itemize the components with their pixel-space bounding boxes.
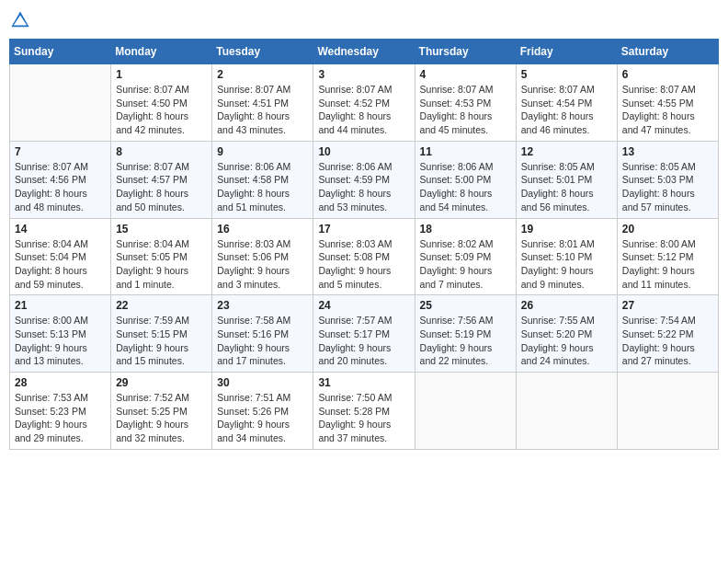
logo-icon	[9, 9, 31, 31]
calendar-cell: 30Sunrise: 7:51 AMSunset: 5:26 PMDayligh…	[212, 373, 313, 450]
day-info: Sunrise: 7:59 AMSunset: 5:15 PMDaylight:…	[116, 314, 207, 368]
day-number: 26	[521, 299, 612, 312]
day-number: 19	[521, 223, 612, 236]
calendar-cell: 26Sunrise: 7:55 AMSunset: 5:20 PMDayligh…	[516, 295, 617, 373]
day-info: Sunrise: 7:54 AMSunset: 5:22 PMDaylight:…	[622, 314, 713, 368]
day-info: Sunrise: 8:06 AMSunset: 5:00 PMDaylight:…	[420, 160, 511, 214]
day-info: Sunrise: 8:07 AMSunset: 4:51 PMDaylight:…	[217, 83, 308, 137]
day-number: 27	[622, 299, 713, 312]
calendar-cell: 11Sunrise: 8:06 AMSunset: 5:00 PMDayligh…	[415, 141, 516, 218]
calendar-cell: 12Sunrise: 8:05 AMSunset: 5:01 PMDayligh…	[516, 141, 617, 218]
day-info: Sunrise: 8:00 AMSunset: 5:13 PMDaylight:…	[15, 314, 106, 368]
weekday-header: Monday	[111, 40, 212, 64]
day-info: Sunrise: 7:50 AMSunset: 5:28 PMDaylight:…	[318, 391, 409, 445]
day-number: 28	[15, 376, 106, 389]
calendar-week-row: 28Sunrise: 7:53 AMSunset: 5:23 PMDayligh…	[10, 373, 719, 450]
calendar-table: SundayMondayTuesdayWednesdayThursdayFrid…	[9, 39, 719, 450]
calendar-cell: 8Sunrise: 8:07 AMSunset: 4:57 PMDaylight…	[111, 141, 212, 218]
day-number: 5	[521, 68, 612, 81]
calendar-week-row: 1Sunrise: 8:07 AMSunset: 4:50 PMDaylight…	[10, 64, 719, 142]
day-number: 18	[420, 223, 511, 236]
day-info: Sunrise: 8:07 AMSunset: 4:54 PMDaylight:…	[521, 83, 612, 137]
day-number: 23	[217, 299, 308, 312]
day-info: Sunrise: 8:05 AMSunset: 5:03 PMDaylight:…	[622, 160, 713, 214]
day-number: 11	[420, 145, 511, 158]
calendar-cell: 2Sunrise: 8:07 AMSunset: 4:51 PMDaylight…	[212, 64, 313, 142]
calendar-cell: 25Sunrise: 7:56 AMSunset: 5:19 PMDayligh…	[415, 295, 516, 373]
day-number: 2	[217, 68, 308, 81]
day-info: Sunrise: 8:00 AMSunset: 5:12 PMDaylight:…	[622, 237, 713, 292]
calendar-week-row: 21Sunrise: 8:00 AMSunset: 5:13 PMDayligh…	[10, 295, 719, 373]
day-info: Sunrise: 8:04 AMSunset: 5:05 PMDaylight:…	[116, 237, 207, 292]
calendar-cell: 14Sunrise: 8:04 AMSunset: 5:04 PMDayligh…	[10, 218, 111, 295]
weekday-header: Saturday	[617, 40, 718, 64]
day-number: 17	[318, 223, 409, 236]
day-number: 7	[15, 145, 106, 158]
calendar-cell: 13Sunrise: 8:05 AMSunset: 5:03 PMDayligh…	[617, 141, 718, 218]
day-info: Sunrise: 7:51 AMSunset: 5:26 PMDaylight:…	[217, 391, 308, 445]
day-info: Sunrise: 8:07 AMSunset: 4:56 PMDaylight:…	[15, 160, 106, 214]
weekday-header: Tuesday	[212, 40, 313, 64]
calendar-cell: 3Sunrise: 8:07 AMSunset: 4:52 PMDaylight…	[313, 64, 415, 142]
calendar-cell: 1Sunrise: 8:07 AMSunset: 4:50 PMDaylight…	[111, 64, 212, 142]
day-number: 21	[15, 299, 106, 312]
day-number: 25	[420, 299, 511, 312]
calendar-cell: 20Sunrise: 8:00 AMSunset: 5:12 PMDayligh…	[617, 218, 718, 295]
day-number: 3	[318, 68, 409, 81]
day-number: 14	[15, 223, 106, 236]
header	[9, 9, 719, 31]
calendar-cell	[10, 64, 111, 142]
calendar-week-row: 7Sunrise: 8:07 AMSunset: 4:56 PMDaylight…	[10, 141, 719, 218]
day-info: Sunrise: 7:56 AMSunset: 5:19 PMDaylight:…	[420, 314, 511, 368]
calendar-cell: 24Sunrise: 7:57 AMSunset: 5:17 PMDayligh…	[313, 295, 415, 373]
day-number: 30	[217, 376, 308, 389]
day-number: 24	[318, 299, 409, 312]
day-number: 15	[116, 223, 207, 236]
day-info: Sunrise: 8:04 AMSunset: 5:04 PMDaylight:…	[15, 237, 106, 292]
calendar-cell: 16Sunrise: 8:03 AMSunset: 5:06 PMDayligh…	[212, 218, 313, 295]
calendar-cell: 17Sunrise: 8:03 AMSunset: 5:08 PMDayligh…	[313, 218, 415, 295]
day-info: Sunrise: 8:02 AMSunset: 5:09 PMDaylight:…	[420, 237, 511, 292]
calendar-week-row: 14Sunrise: 8:04 AMSunset: 5:04 PMDayligh…	[10, 218, 719, 295]
day-info: Sunrise: 8:07 AMSunset: 4:55 PMDaylight:…	[622, 83, 713, 137]
day-number: 29	[116, 376, 207, 389]
day-info: Sunrise: 8:06 AMSunset: 4:58 PMDaylight:…	[217, 160, 308, 214]
calendar-cell	[415, 373, 516, 450]
weekday-header: Sunday	[10, 40, 111, 64]
calendar-cell: 28Sunrise: 7:53 AMSunset: 5:23 PMDayligh…	[10, 373, 111, 450]
day-info: Sunrise: 7:55 AMSunset: 5:20 PMDaylight:…	[521, 314, 612, 368]
day-info: Sunrise: 8:05 AMSunset: 5:01 PMDaylight:…	[521, 160, 612, 214]
day-number: 6	[622, 68, 713, 81]
calendar-cell: 15Sunrise: 8:04 AMSunset: 5:05 PMDayligh…	[111, 218, 212, 295]
day-number: 16	[217, 223, 308, 236]
calendar-cell	[516, 373, 617, 450]
day-number: 8	[116, 145, 207, 158]
calendar-cell: 6Sunrise: 8:07 AMSunset: 4:55 PMDaylight…	[617, 64, 718, 142]
day-info: Sunrise: 7:52 AMSunset: 5:25 PMDaylight:…	[116, 391, 207, 445]
calendar-cell: 22Sunrise: 7:59 AMSunset: 5:15 PMDayligh…	[111, 295, 212, 373]
weekday-header-row: SundayMondayTuesdayWednesdayThursdayFrid…	[10, 40, 719, 64]
day-number: 10	[318, 145, 409, 158]
day-info: Sunrise: 8:01 AMSunset: 5:10 PMDaylight:…	[521, 237, 612, 292]
day-info: Sunrise: 7:53 AMSunset: 5:23 PMDaylight:…	[15, 391, 106, 445]
weekday-header: Wednesday	[313, 40, 415, 64]
day-number: 22	[116, 299, 207, 312]
day-info: Sunrise: 8:07 AMSunset: 4:53 PMDaylight:…	[420, 83, 511, 137]
calendar-cell: 29Sunrise: 7:52 AMSunset: 5:25 PMDayligh…	[111, 373, 212, 450]
day-info: Sunrise: 8:06 AMSunset: 4:59 PMDaylight:…	[318, 160, 409, 214]
day-number: 9	[217, 145, 308, 158]
day-info: Sunrise: 8:07 AMSunset: 4:57 PMDaylight:…	[116, 160, 207, 214]
calendar-cell: 10Sunrise: 8:06 AMSunset: 4:59 PMDayligh…	[313, 141, 415, 218]
weekday-header: Friday	[516, 40, 617, 64]
day-number: 31	[318, 376, 409, 389]
day-info: Sunrise: 7:58 AMSunset: 5:16 PMDaylight:…	[217, 314, 308, 368]
calendar-cell: 5Sunrise: 8:07 AMSunset: 4:54 PMDaylight…	[516, 64, 617, 142]
calendar-cell: 23Sunrise: 7:58 AMSunset: 5:16 PMDayligh…	[212, 295, 313, 373]
calendar-cell: 31Sunrise: 7:50 AMSunset: 5:28 PMDayligh…	[313, 373, 415, 450]
weekday-header: Thursday	[415, 40, 516, 64]
calendar-cell: 19Sunrise: 8:01 AMSunset: 5:10 PMDayligh…	[516, 218, 617, 295]
day-info: Sunrise: 8:03 AMSunset: 5:08 PMDaylight:…	[318, 237, 409, 292]
day-number: 4	[420, 68, 511, 81]
calendar-cell: 27Sunrise: 7:54 AMSunset: 5:22 PMDayligh…	[617, 295, 718, 373]
day-number: 20	[622, 223, 713, 236]
